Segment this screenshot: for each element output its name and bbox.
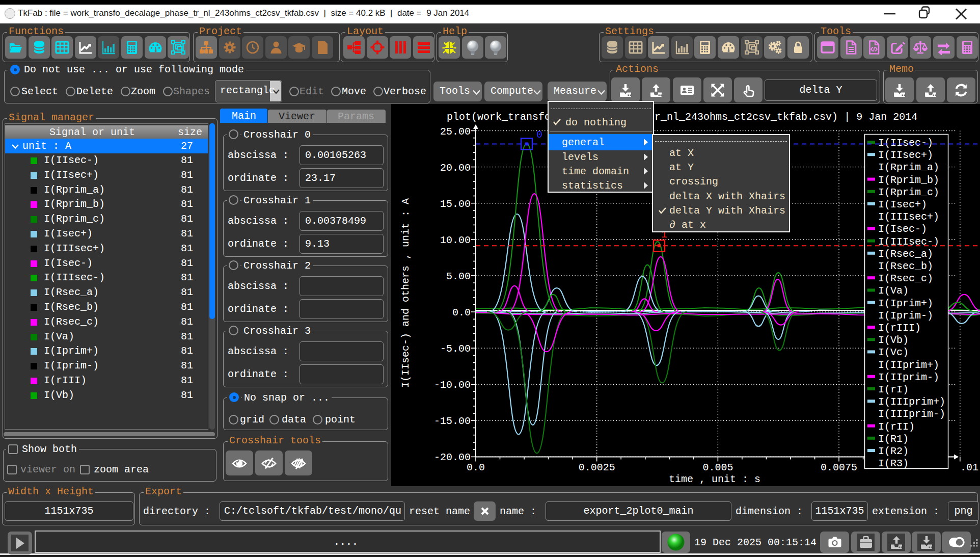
svg-text:I(Isec-): I(Isec-) (878, 223, 927, 235)
svg-text:5.00: 5.00 (446, 271, 471, 282)
svg-text:20.00: 20.00 (440, 162, 471, 174)
svg-text:I(Rsec_a): I(Rsec_a) (878, 248, 933, 260)
svg-text:plot(work_transfo_decalage_pha: plot(work_transfo_decalage_phase_tr_nl_2… (447, 111, 917, 123)
svg-text:I(IIsec-) and others , unit :: I(IIsec-) and others , unit : A (400, 198, 412, 388)
svg-text:I(IIIprim+): I(IIIprim+) (878, 396, 945, 408)
svg-text:I(Vc): I(Vc) (878, 347, 909, 358)
svg-text:I(IIIprim-): I(IIIprim-) (878, 408, 945, 420)
svg-text:-10.00: -10.00 (434, 379, 471, 391)
svg-text:I(IIprim+): I(IIprim+) (878, 359, 939, 371)
svg-text:I(R3): I(R3) (878, 458, 909, 469)
svg-text:10.00: 10.00 (440, 234, 471, 246)
svg-text:-20.00: -20.00 (434, 452, 471, 463)
svg-text:I(R2): I(R2) (878, 445, 909, 457)
svg-text:I(Iprim+): I(Iprim+) (878, 298, 933, 309)
svg-text:0.0075: 0.0075 (821, 462, 857, 473)
svg-text:I(Rprim_c): I(Rprim_c) (878, 187, 939, 198)
svg-text:I(Rprim_b): I(Rprim_b) (878, 174, 939, 186)
svg-text:25.00: 25.00 (440, 126, 471, 138)
svg-text:0.005: 0.005 (702, 462, 733, 473)
svg-text:I(Rsec_b): I(Rsec_b) (878, 260, 933, 272)
svg-text:I(Va): I(Va) (878, 285, 909, 297)
svg-text:0: 0 (536, 129, 542, 141)
svg-text:.01: .01 (960, 462, 978, 473)
svg-text:I(rII): I(rII) (878, 421, 915, 433)
svg-text:I(R1): I(R1) (878, 433, 909, 445)
svg-text:I(IIsec+): I(IIsec+) (878, 149, 933, 161)
svg-text:time , unit : s: time , unit : s (669, 473, 760, 485)
svg-text:I(Rprim_a): I(Rprim_a) (878, 162, 939, 173)
svg-text:15.00: 15.00 (440, 198, 471, 210)
svg-text:I(Vb): I(Vb) (878, 334, 909, 346)
svg-text:0.0: 0.0 (467, 462, 485, 473)
svg-text:I(Rsec_c): I(Rsec_c) (878, 273, 933, 284)
svg-text:I(IIprim-): I(IIprim-) (878, 372, 939, 383)
svg-text:-15.00: -15.00 (434, 415, 471, 427)
svg-text:I(Iprim-): I(Iprim-) (878, 310, 933, 322)
svg-text:0.0025: 0.0025 (579, 462, 615, 473)
svg-text:I(rIII): I(rIII) (878, 322, 921, 334)
svg-text:I(rI): I(rI) (878, 384, 909, 395)
svg-text:I(IIIsec+): I(IIIsec+) (878, 211, 939, 223)
svg-text:I(IIsec-): I(IIsec-) (878, 137, 933, 149)
svg-text:0.0: 0.0 (452, 307, 471, 319)
svg-text:-5.00: -5.00 (440, 343, 471, 355)
svg-text:I(Isec+): I(Isec+) (878, 199, 927, 210)
